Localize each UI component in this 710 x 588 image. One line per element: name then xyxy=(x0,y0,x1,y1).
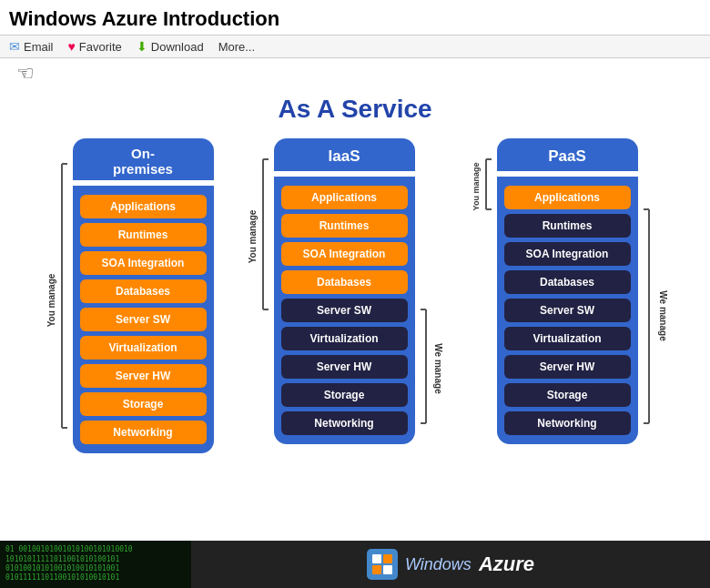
you-manage-bracket-iaas: You manage xyxy=(245,150,270,432)
footer-binary-area: 01 00100101001010100101010010 1010101111… xyxy=(0,541,191,588)
binary-text: 01 00100101001010100101010010 1010101111… xyxy=(5,545,133,583)
email-button[interactable]: ✉ Email xyxy=(9,39,54,54)
iaas-storage[interactable]: Storage xyxy=(281,383,408,407)
favorite-button[interactable]: ♥ Favorite xyxy=(68,39,122,54)
more-label: More... xyxy=(218,40,255,54)
svg-text:You manage: You manage xyxy=(248,209,258,263)
paas-soa[interactable]: SOA Integration xyxy=(504,242,631,266)
footer-logo-area: Windows Azure xyxy=(191,541,710,588)
paas-databases[interactable]: Databases xyxy=(504,270,631,294)
iaas-card: Applications Runtimes SOA Integration Da… xyxy=(274,177,415,444)
svg-text:We manage: We manage xyxy=(433,343,443,394)
on-premises-server-sw[interactable]: Server SW xyxy=(80,308,207,331)
on-premises-runtimes[interactable]: Runtimes xyxy=(80,223,207,247)
on-premises-server-hw[interactable]: Server HW xyxy=(80,364,207,388)
paas-header: PaaS xyxy=(497,138,638,171)
svg-rect-22 xyxy=(372,565,381,574)
download-icon: ⬇ xyxy=(137,39,147,54)
more-button[interactable]: More... xyxy=(218,40,255,54)
paas-storage[interactable]: Storage xyxy=(504,383,631,407)
you-manage-bracket-left: You manage xyxy=(44,155,69,437)
on-premises-card: Applications Runtimes SOA Integration Da… xyxy=(73,186,214,453)
favorite-label: Favorite xyxy=(79,40,122,54)
azure-logo: Windows Azure xyxy=(367,549,534,580)
download-button[interactable]: ⬇ Download xyxy=(137,39,204,54)
hand-icon: ☜ xyxy=(7,56,44,90)
azure-logo-icon xyxy=(367,549,398,580)
download-label: Download xyxy=(151,40,204,54)
you-manage-bracket-paas: You manage xyxy=(468,150,493,432)
svg-rect-21 xyxy=(383,554,392,563)
heart-icon: ♥ xyxy=(68,39,76,54)
svg-text:You manage: You manage xyxy=(472,163,481,211)
col-paas: You manage PaaS Applications Runtimes SO… xyxy=(468,138,667,444)
iaas-runtimes[interactable]: Runtimes xyxy=(281,214,408,238)
on-premises-databases[interactable]: Databases xyxy=(80,279,207,303)
top-section: Windows Azure Introduction ✉ Email ♥ Fav… xyxy=(0,0,710,89)
on-premises-applications[interactable]: Applications xyxy=(80,195,207,218)
iaas-server-sw[interactable]: Server SW xyxy=(281,299,408,322)
slide-title: As A Service xyxy=(9,95,701,124)
svg-rect-20 xyxy=(372,554,381,563)
on-premises-networking[interactable]: Networking xyxy=(80,421,207,444)
iaas-virtualization[interactable]: Virtualization xyxy=(281,327,408,350)
paas-applications[interactable]: Applications xyxy=(504,186,631,209)
iaas-applications[interactable]: Applications xyxy=(281,186,408,209)
on-premises-header: On-premises xyxy=(73,138,214,180)
azure-icon-svg xyxy=(370,553,394,576)
paas-runtimes[interactable]: Runtimes xyxy=(504,214,631,238)
diagram-area: As A Service You manage On-premises A xyxy=(0,89,710,453)
col-on-premises: You manage On-premises Applications Runt… xyxy=(44,138,214,453)
footer-bar: 01 00100101001010100101010010 1010101111… xyxy=(0,541,710,588)
on-premises-storage[interactable]: Storage xyxy=(80,392,207,416)
email-label: Email xyxy=(24,40,54,54)
iaas-networking[interactable]: Networking xyxy=(281,411,408,435)
paas-networking[interactable]: Networking xyxy=(504,411,631,435)
iaas-databases[interactable]: Databases xyxy=(281,270,408,294)
svg-rect-23 xyxy=(383,565,392,574)
app-window: Windows Azure Introduction ✉ Email ♥ Fav… xyxy=(0,0,710,588)
paas-server-sw[interactable]: Server SW xyxy=(504,299,631,322)
we-manage-bracket-iaas: We manage xyxy=(419,150,444,432)
iaas-header: IaaS xyxy=(274,138,415,171)
svg-text:We manage: We manage xyxy=(658,290,667,341)
windows-text: Windows xyxy=(405,555,472,574)
col-iaas: You manage IaaS Applications Runtimes SO… xyxy=(245,138,444,444)
iaas-soa[interactable]: SOA Integration xyxy=(281,242,408,266)
azure-text: Azure xyxy=(479,553,534,576)
iaas-server-hw[interactable]: Server HW xyxy=(281,355,408,379)
paas-server-hw[interactable]: Server HW xyxy=(504,355,631,379)
we-manage-bracket-paas: We manage xyxy=(642,150,667,432)
page-title: Windows Azure Introduction xyxy=(0,0,710,35)
email-icon: ✉ xyxy=(9,39,20,54)
paas-card: Applications Runtimes SOA Integration Da… xyxy=(497,177,638,444)
svg-text:You manage: You manage xyxy=(46,273,56,327)
paas-virtualization[interactable]: Virtualization xyxy=(504,327,631,350)
on-premises-virtualization[interactable]: Virtualization xyxy=(80,336,207,360)
toolbar: ✉ Email ♥ Favorite ⬇ Download More... xyxy=(0,35,710,58)
on-premises-soa[interactable]: SOA Integration xyxy=(80,251,207,275)
